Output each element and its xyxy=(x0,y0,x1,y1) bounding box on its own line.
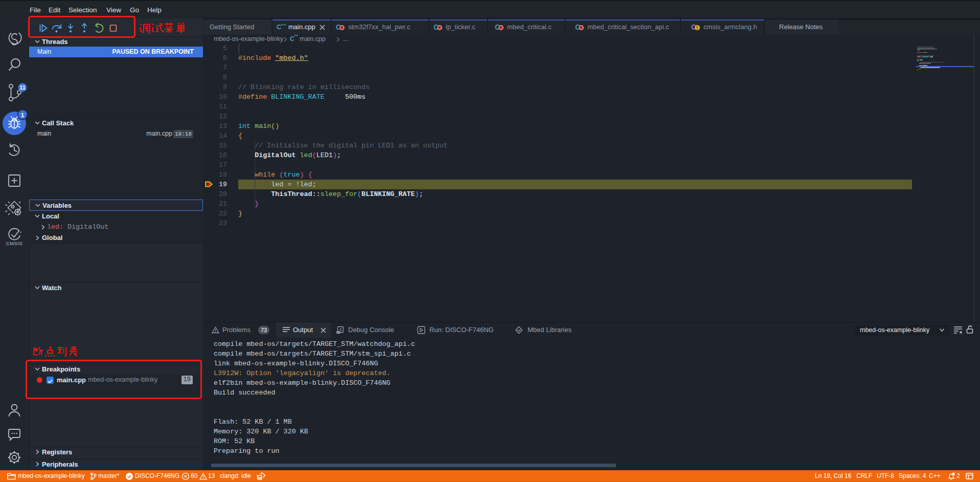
svg-text:1: 1 xyxy=(21,112,25,118)
svg-text:11: 11 xyxy=(19,84,26,91)
svg-text:CMSIS: CMSIS xyxy=(6,240,23,246)
